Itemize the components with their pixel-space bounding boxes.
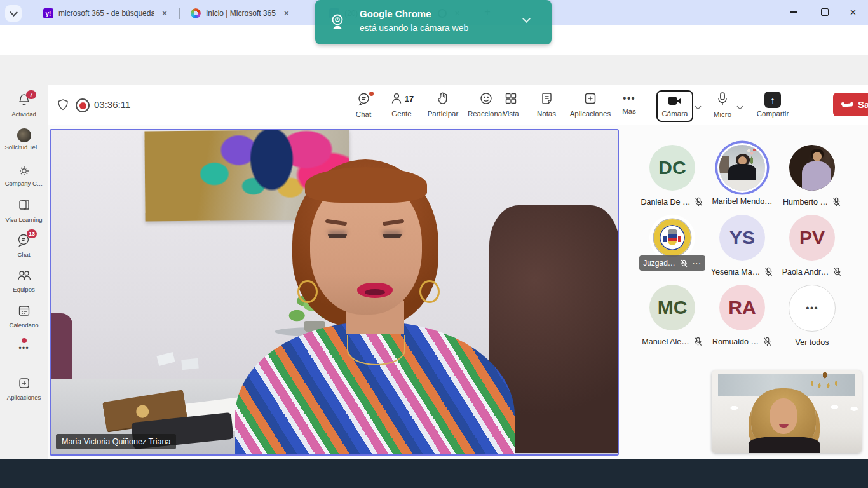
- chat-badge: 13: [27, 229, 37, 238]
- toast-divider: [506, 6, 506, 38]
- avatar-initials[interactable]: DC: [649, 145, 695, 191]
- share-button[interactable]: ↑ Compartir: [750, 92, 796, 118]
- mic-off-icon: [763, 337, 772, 346]
- participant-tile-humberto[interactable]: Humberto …: [774, 145, 850, 207]
- browser-tab-2[interactable]: Inicio | Microsoft 365 ✕: [184, 4, 330, 23]
- participant-tile-manuel[interactable]: MC Manuel Ale…: [634, 285, 710, 346]
- speaker-name-label: Maria Victoria Quiñonez Triana: [56, 434, 176, 449]
- meeting-toolbar: 03:36:11 Chat 17 Gente Participar: [48, 85, 868, 125]
- teams-header: Buscar ···: [0, 55, 868, 85]
- participant-tile-yesenia[interactable]: YS Yesenia Ma…: [704, 215, 780, 276]
- chevron-down-icon: [10, 8, 18, 17]
- app-avatar-icon: [17, 128, 31, 142]
- plus-square-icon: [583, 92, 597, 105]
- tab-divider: [179, 8, 180, 19]
- participant-tile-juzgado[interactable]: Juzgad… ···: [634, 215, 710, 261]
- webcam-icon: [325, 10, 349, 34]
- window-restore-button[interactable]: [821, 6, 829, 16]
- hang-up-icon: [842, 102, 853, 107]
- grid-view-icon: [504, 92, 518, 105]
- participant-tile-daniela[interactable]: DC Daniela De …: [634, 145, 710, 207]
- avatar-initials[interactable]: PV: [789, 215, 835, 261]
- people-button[interactable]: 17 Gente: [381, 92, 423, 118]
- tab-close-icon[interactable]: ✕: [161, 9, 168, 18]
- sidebar-item-actividad[interactable]: 7 Actividad: [0, 93, 48, 118]
- self-video-preview[interactable]: [712, 370, 862, 453]
- tab-close-icon[interactable]: ✕: [283, 9, 290, 18]
- camera-notification-toast[interactable]: Google Chrome está usando la cámara web: [315, 0, 552, 44]
- speaker-person: [210, 156, 540, 454]
- notes-icon: [540, 92, 553, 105]
- mic-off-icon: [693, 337, 703, 346]
- people-icon: [390, 92, 403, 105]
- toolbar-divider: [653, 93, 653, 117]
- mic-button[interactable]: Micro: [707, 92, 738, 118]
- sidebar-item-calendario[interactable]: Calendario: [0, 304, 48, 329]
- see-all-tile[interactable]: ••• Ver todos: [774, 285, 850, 347]
- mic-off-icon: [832, 267, 842, 276]
- sidebar-item-company[interactable]: Company C…: [0, 164, 48, 187]
- camera-options-chevron[interactable]: [695, 104, 702, 110]
- sidebar-item-more[interactable]: •••: [0, 338, 48, 353]
- recording-indicator: [76, 98, 90, 112]
- camera-button[interactable]: Cámara: [656, 90, 693, 122]
- toast-expand-button[interactable]: [524, 18, 529, 22]
- more-button[interactable]: ••• Más: [613, 92, 645, 115]
- chevron-down-icon: [522, 15, 531, 23]
- sidebar-item-aplicaciones[interactable]: Aplicaciones: [0, 376, 48, 401]
- screen: y! microsoft 365 - de búsqueda ✕ Inicio …: [0, 0, 868, 488]
- avatar-video[interactable]: [719, 145, 765, 191]
- avatar-logo[interactable]: [649, 215, 695, 261]
- meeting-stage: Maria Victoria Quiñonez Triana DC Daniel…: [48, 125, 868, 459]
- toast-title: Google Chrome: [360, 8, 431, 19]
- minimize-icon: [790, 11, 797, 13]
- gear-icon: [19, 166, 29, 176]
- sidebar-item-equipos[interactable]: Equipos: [0, 268, 48, 293]
- book-icon: [17, 198, 31, 212]
- plus-square-icon: [17, 376, 31, 390]
- self-video-scene: [712, 370, 862, 453]
- participant-tile-paola[interactable]: PV Paola Andr…: [774, 215, 850, 276]
- mic-off-icon: [694, 197, 703, 207]
- participant-more-icon[interactable]: ···: [693, 259, 702, 267]
- leave-button[interactable]: Salir: [833, 93, 868, 116]
- view-button[interactable]: Vista: [492, 92, 529, 118]
- smiley-icon: [479, 92, 493, 105]
- m365-favicon: [191, 8, 201, 18]
- yahoo-favicon: y!: [43, 8, 53, 18]
- chandelier: [807, 372, 843, 388]
- tab-title: microsoft 365 - de búsqueda: [58, 9, 154, 18]
- avatar-photo[interactable]: [789, 145, 835, 191]
- sidebar-item-solicitud[interactable]: Solicitud Tel…: [0, 128, 48, 151]
- tab-title: Inicio | Microsoft 365: [206, 9, 276, 18]
- avatar-initials[interactable]: RA: [719, 285, 765, 330]
- shield-icon[interactable]: [57, 98, 69, 111]
- chat-button[interactable]: Chat: [345, 92, 382, 118]
- raise-hand-button[interactable]: Participar: [423, 92, 463, 118]
- activity-badge: 7: [26, 90, 36, 99]
- browser-tab-1[interactable]: y! microsoft 365 - de búsqueda ✕: [37, 4, 188, 23]
- apps-button[interactable]: Aplicaciones: [564, 92, 617, 118]
- tab-search-button[interactable]: [5, 5, 22, 22]
- notes-button[interactable]: Notas: [528, 92, 565, 118]
- participant-tile-romualdo[interactable]: RA Romualdo …: [704, 285, 780, 346]
- participant-tile-maribel[interactable]: Maribel Mendo…: [704, 145, 780, 206]
- notification-dot: [22, 338, 27, 343]
- sidebar-item-viva-learning[interactable]: Viva Learning: [0, 198, 48, 223]
- raised-hand-icon: [437, 92, 450, 105]
- more-dots-icon: •••: [613, 92, 645, 105]
- window-minimize-button[interactable]: [790, 6, 797, 13]
- avatar-initials[interactable]: YS: [719, 215, 765, 261]
- participant-hover-pill[interactable]: Juzgad… ···: [639, 255, 705, 271]
- mic-icon: [716, 92, 729, 106]
- windows-taskbar: 1 18°C Mayorm. nublado Buscar: [0, 459, 868, 488]
- window-close-button[interactable]: ✕: [850, 8, 857, 17]
- mic-off-icon: [680, 259, 688, 268]
- more-dots-icon: •••: [0, 343, 48, 353]
- camera-on-icon: [667, 95, 682, 107]
- people-count: 17: [405, 94, 414, 104]
- main-video-tile[interactable]: Maria Victoria Quiñonez Triana: [50, 129, 619, 456]
- sidebar-item-chat[interactable]: 13 Chat: [0, 233, 48, 258]
- avatar-initials[interactable]: MC: [649, 285, 695, 330]
- see-all-icon[interactable]: •••: [789, 285, 836, 332]
